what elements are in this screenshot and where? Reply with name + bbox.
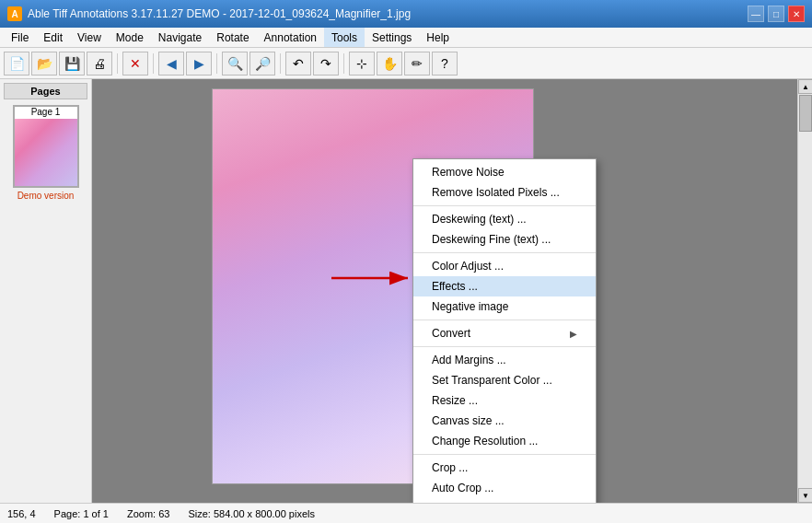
zoom-out-button[interactable]: 🔎: [249, 52, 275, 76]
status-size: Size: 584.00 x 800.00 pixels: [188, 508, 315, 519]
toolbar: 📄 📂 💾 🖨 ✕ ◀ ▶ 🔍 🔎 ↶ ↷ ⊹ ✋ ✏ ?: [0, 48, 812, 79]
new-button[interactable]: 📄: [4, 52, 29, 76]
draw-button[interactable]: ✏: [404, 52, 430, 76]
rotate-left-button[interactable]: ↶: [285, 52, 311, 76]
menu-edit[interactable]: Edit: [36, 28, 70, 47]
menu-remove-noise[interactable]: Remove Noise: [413, 162, 596, 182]
title-bar: A Able Tiff Annotations 3.17.11.27 DEMO …: [0, 0, 812, 28]
menu-add-margins[interactable]: Add Margins ...: [413, 350, 596, 370]
convert-arrow-icon: ▶: [570, 329, 577, 339]
scroll-down-button[interactable]: ▼: [798, 488, 812, 503]
sidebar: Pages Page 1 Demo version: [0, 79, 92, 503]
page-label: Page 1: [31, 107, 61, 117]
page-image: [15, 119, 77, 186]
next-button[interactable]: ▶: [186, 52, 212, 76]
menu-view[interactable]: View: [70, 28, 109, 47]
menu-settings[interactable]: Settings: [365, 28, 419, 47]
select-button[interactable]: ⊹: [349, 52, 375, 76]
status-page: Page: 1 of 1: [54, 508, 109, 519]
menu-color-adjust[interactable]: Color Adjust ...: [413, 256, 596, 276]
dd-sep-5: [413, 454, 596, 455]
open-button[interactable]: 📂: [31, 52, 57, 76]
hand-button[interactable]: ✋: [377, 52, 402, 76]
menu-navigate[interactable]: Navigate: [151, 28, 209, 47]
menu-mode[interactable]: Mode: [109, 28, 151, 47]
demo-watermark: Demo version: [4, 191, 87, 201]
dd-sep-1: [413, 205, 596, 206]
rotate-right-button[interactable]: ↷: [313, 52, 339, 76]
sidebar-title: Pages: [4, 83, 87, 99]
menu-bar: File Edit View Mode Navigate Rotate Anno…: [0, 28, 812, 48]
content-area: Remove Noise Remove Isolated Pixels ... …: [92, 79, 797, 503]
app-icon: A: [7, 6, 22, 21]
print-button[interactable]: 🖨: [87, 52, 112, 76]
delete-button[interactable]: ✕: [122, 52, 148, 76]
red-arrow-indicator: [327, 268, 419, 288]
toolbar-sep-4: [280, 53, 281, 74]
help-button[interactable]: ?: [432, 52, 458, 76]
menu-annotation[interactable]: Annotation: [257, 28, 324, 47]
scroll-track[interactable]: [798, 94, 812, 488]
window-title: Able Tiff Annotations 3.17.11.27 DEMO - …: [28, 7, 411, 20]
window-controls: — □ ✕: [748, 6, 805, 22]
convert-label: Convert: [432, 327, 470, 340]
toolbar-sep-3: [216, 53, 217, 74]
toolbar-sep-5: [343, 53, 344, 74]
menu-auto-crop-2[interactable]: Auto Crop 2 ...: [413, 498, 596, 503]
status-zoom: Zoom: 63: [127, 508, 169, 519]
menu-help[interactable]: Help: [419, 28, 457, 47]
menu-file[interactable]: File: [4, 28, 36, 47]
menu-set-transparent[interactable]: Set Transparent Color ...: [413, 370, 596, 390]
main-area: Pages Page 1 Demo version Remove Noise R…: [0, 79, 812, 503]
scroll-thumb[interactable]: [799, 95, 812, 132]
menu-effects[interactable]: Effects ...: [413, 276, 596, 296]
zoom-in-button[interactable]: 🔍: [222, 52, 248, 76]
save-button[interactable]: 💾: [59, 52, 85, 76]
menu-convert[interactable]: Convert ▶: [413, 323, 596, 343]
menu-rotate[interactable]: Rotate: [209, 28, 256, 47]
vertical-scrollbar[interactable]: ▲ ▼: [797, 79, 812, 503]
prev-button[interactable]: ◀: [158, 52, 184, 76]
scroll-up-button[interactable]: ▲: [798, 79, 812, 94]
toolbar-sep-1: [117, 53, 118, 74]
menu-canvas-size[interactable]: Canvas size ...: [413, 411, 596, 431]
dd-sep-4: [413, 346, 596, 347]
tools-dropdown-menu: Remove Noise Remove Isolated Pixels ... …: [412, 158, 597, 503]
menu-deskewing-text[interactable]: Deskewing (text) ...: [413, 209, 596, 229]
menu-negative-image[interactable]: Negative image: [413, 296, 596, 317]
maximize-button[interactable]: □: [768, 6, 784, 22]
dd-sep-3: [413, 320, 596, 320]
close-button[interactable]: ✕: [788, 6, 805, 22]
menu-crop[interactable]: Crop ...: [413, 458, 596, 478]
menu-tools[interactable]: Tools: [324, 28, 365, 47]
menu-resize[interactable]: Resize ...: [413, 390, 596, 411]
dd-sep-2: [413, 252, 596, 253]
menu-change-resolution[interactable]: Change Resolution ...: [413, 431, 596, 451]
status-coords: 156, 4: [7, 508, 36, 519]
minimize-button[interactable]: —: [748, 6, 764, 22]
status-bar: 156, 4 Page: 1 of 1 Zoom: 63 Size: 584.0…: [0, 503, 812, 523]
page-thumbnail[interactable]: Page 1: [13, 105, 79, 188]
title-bar-left: A Able Tiff Annotations 3.17.11.27 DEMO …: [7, 6, 411, 21]
menu-auto-crop[interactable]: Auto Crop ...: [413, 478, 596, 498]
menu-remove-isolated-pixels[interactable]: Remove Isolated Pixels ...: [413, 182, 596, 203]
toolbar-sep-2: [153, 53, 154, 74]
menu-deskewing-fine[interactable]: Deskewing Fine (text) ...: [413, 229, 596, 250]
